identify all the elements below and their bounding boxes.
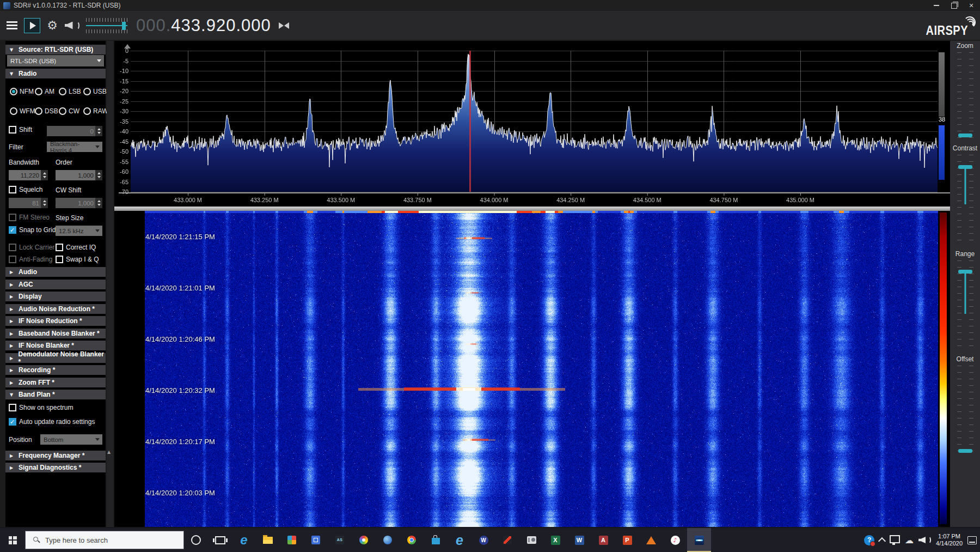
section-if-noise-reduction[interactable]: IF Noise Reduction *: [5, 316, 106, 326]
mode-wfm-radio[interactable]: WFM: [10, 107, 35, 115]
snap-to-grid-checkbox-row[interactable]: Snap to Grid: [9, 226, 56, 234]
section-demodulator-noise-blanker[interactable]: Demodulator Noise Blanker *: [5, 353, 106, 363]
show-on-spectrum-checkbox-row[interactable]: Show on spectrum: [9, 404, 73, 411]
onedrive-tray-icon[interactable]: ☁: [905, 535, 914, 545]
shift-checkbox-row[interactable]: Shift: [9, 126, 32, 134]
file-explorer-taskbar-button[interactable]: [256, 528, 280, 552]
menu-button[interactable]: [4, 18, 20, 33]
mode-raw-radio[interactable]: RAW: [83, 107, 108, 115]
mode-lsb-radio[interactable]: LSB: [59, 88, 81, 95]
section-baseband-noise-blanker[interactable]: Baseband Noise Blanker *: [5, 329, 106, 338]
anti-fading-checkbox-row[interactable]: Anti-Fading: [9, 256, 52, 263]
paint-taskbar-button[interactable]: [352, 528, 376, 552]
section-audio[interactable]: Audio: [5, 267, 106, 277]
word-taskbar-button[interactable]: W: [567, 528, 591, 552]
section-if-noise-blanker[interactable]: IF Noise Blanker *: [5, 341, 106, 350]
internet-explorer-taskbar-button[interactable]: e: [448, 528, 471, 552]
auto-update-checkbox[interactable]: [9, 418, 16, 426]
anti-fading-checkbox[interactable]: [9, 256, 16, 263]
sdrsharp-taskbar-button[interactable]: [687, 528, 711, 552]
lock-carrier-checkbox[interactable]: [9, 244, 16, 251]
lock-carrier-checkbox-row[interactable]: Lock Carrier: [9, 244, 54, 251]
section-agc[interactable]: AGC: [5, 280, 106, 289]
zoom-slider[interactable]: [957, 51, 973, 143]
section-audio-noise-reduction[interactable]: Audio Noise Reduction *: [5, 304, 106, 314]
step-size-dropdown[interactable]: 12.5 kHz: [56, 226, 102, 236]
volume-slider[interactable]: [85, 18, 128, 33]
volume-thumb[interactable]: [122, 22, 126, 30]
minimize-button[interactable]: [928, 0, 945, 11]
access-taskbar-button[interactable]: A: [591, 528, 615, 552]
spectrum-display[interactable]: [114, 41, 950, 207]
mode-cw-radio[interactable]: CW: [59, 107, 79, 115]
play-button[interactable]: [24, 18, 40, 33]
action-center-icon[interactable]: [967, 536, 977, 544]
squelch-input[interactable]: 81: [9, 198, 48, 208]
slider-thumb[interactable]: [958, 270, 972, 274]
task-view-taskbar-button[interactable]: [208, 528, 232, 552]
section-zoom-fft[interactable]: Zoom FFT *: [5, 378, 106, 387]
titlebar[interactable]: SDR# v1.0.0.1732 - RTL-SDR (USB) ✕: [0, 0, 980, 11]
bandwidth-input[interactable]: 11,220: [9, 170, 48, 180]
section-frequency-manager[interactable]: Frequency Manager *: [5, 451, 106, 460]
sidebar-scrollbar[interactable]: ▲: [107, 41, 113, 527]
fm-stereo-checkbox[interactable]: [9, 214, 16, 221]
spinner[interactable]: [95, 126, 102, 136]
mute-button[interactable]: [64, 18, 79, 33]
section-display[interactable]: Display: [5, 292, 106, 301]
squelch-checkbox-row[interactable]: Squelch: [9, 186, 42, 193]
swap-iq-checkbox-row[interactable]: Swap I & Q: [56, 256, 99, 263]
spectrum-waterfall-splitter[interactable]: [114, 207, 950, 211]
cw-shift-input[interactable]: 1,000: [56, 198, 102, 208]
red-app-taskbar-button[interactable]: [495, 528, 519, 552]
slider-thumb[interactable]: [958, 449, 972, 453]
mode-usb-radio[interactable]: USB: [83, 88, 107, 95]
slider-thumb[interactable]: [958, 165, 972, 169]
range-slider[interactable]: [957, 259, 973, 351]
correct-iq-checkbox-row[interactable]: Correct IQ: [56, 244, 96, 251]
globe-taskbar-button[interactable]: [376, 528, 400, 552]
source-device-dropdown[interactable]: RTL-SDR (USB): [7, 55, 104, 66]
shift-input[interactable]: 0: [47, 126, 102, 136]
frequency-display[interactable]: 000.433.920.000: [136, 16, 271, 35]
start-button[interactable]: [0, 528, 25, 552]
spinner[interactable]: [95, 198, 102, 208]
slider-thumb[interactable]: [958, 134, 972, 137]
powerpoint-taskbar-button[interactable]: P: [615, 528, 639, 552]
maximize-button[interactable]: [945, 0, 963, 11]
store-taskbar-button[interactable]: [424, 528, 448, 552]
tray-chevron-icon[interactable]: [878, 537, 886, 545]
close-button[interactable]: ✕: [963, 0, 980, 11]
settings-button[interactable]: ⚙: [45, 18, 60, 33]
source-section-header[interactable]: Source: RTL-SDR (USB): [5, 45, 106, 54]
waterfall-display[interactable]: [114, 211, 950, 527]
order-input[interactable]: 1,000: [56, 170, 102, 180]
show-on-spectrum-checkbox[interactable]: [9, 404, 16, 411]
excel-taskbar-button[interactable]: X: [543, 528, 567, 552]
spinner[interactable]: [95, 170, 102, 180]
auto-update-checkbox-row[interactable]: Auto update radio settings: [9, 418, 95, 426]
offset-slider[interactable]: [957, 365, 973, 456]
cortana-taskbar-button[interactable]: [184, 528, 208, 552]
airspy-logo[interactable]: AIRSPY: [915, 14, 975, 38]
spinner[interactable]: [41, 170, 48, 180]
matlab-taskbar-button[interactable]: [639, 528, 663, 552]
network-tray-icon[interactable]: [890, 535, 900, 543]
radio-section-header[interactable]: Radio: [5, 69, 106, 78]
scroll-up-icon[interactable]: ▲: [107, 450, 111, 454]
section-recording[interactable]: Recording *: [5, 365, 106, 375]
section-signal-diagnostics[interactable]: Signal Diagnostics *: [5, 463, 106, 472]
mode-dsb-radio[interactable]: DSB: [35, 107, 58, 115]
w-circle-taskbar-button[interactable]: W: [471, 528, 495, 552]
capture-taskbar-button[interactable]: [519, 528, 543, 552]
mail-taskbar-button[interactable]: [304, 528, 328, 552]
mode-am-radio[interactable]: AM: [35, 88, 54, 95]
mode-nfm-radio[interactable]: NFM: [10, 88, 34, 95]
taskbar-clock[interactable]: 1:07 PM4/14/2020: [936, 533, 963, 547]
shift-checkbox[interactable]: [9, 126, 16, 134]
correct-iq-checkbox[interactable]: [56, 244, 63, 251]
help-tray-icon[interactable]: ?: [864, 535, 874, 545]
artemis-taskbar-button[interactable]: AS: [328, 528, 352, 552]
chrome-taskbar-button[interactable]: [400, 528, 424, 552]
spinner[interactable]: [41, 198, 48, 208]
